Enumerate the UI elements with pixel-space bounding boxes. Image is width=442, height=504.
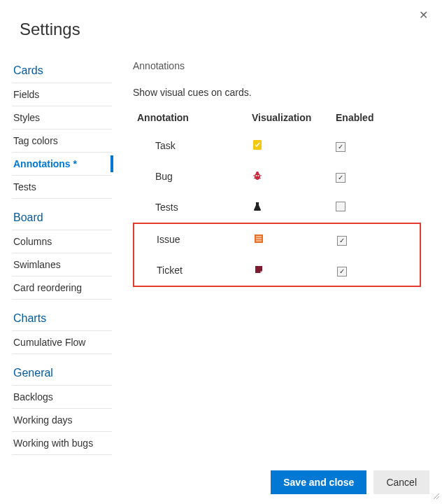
annotation-name: Bug — [133, 171, 252, 182]
table-row: Bug — [133, 161, 421, 192]
sidebar-item[interactable]: Fields — [12, 83, 112, 106]
svg-line-6 — [259, 178, 261, 178]
annotation-name: Task — [133, 140, 252, 151]
sidebar-item[interactable]: Working days — [12, 409, 112, 432]
table-row: Tests — [133, 192, 421, 223]
flask-icon — [252, 201, 336, 214]
enabled-checkbox[interactable] — [336, 202, 345, 211]
enabled-checkbox[interactable] — [336, 173, 345, 183]
note-icon — [253, 264, 337, 277]
resize-grip[interactable] — [432, 492, 441, 503]
svg-point-7 — [256, 175, 257, 176]
table-row: Task — [133, 130, 421, 161]
enabled-checkbox[interactable] — [337, 236, 347, 246]
annotation-name: Ticket — [134, 265, 253, 276]
sidebar-group-header[interactable]: Charts — [12, 308, 112, 331]
cancel-button[interactable]: Cancel — [373, 470, 429, 494]
highlighted-rows: IssueTicket — [133, 223, 421, 287]
annotation-rows: TaskBugTestsIssueTicket — [133, 130, 421, 287]
sidebar-item[interactable]: Styles — [12, 106, 112, 130]
sidebar-item[interactable]: Backlogs — [12, 386, 112, 409]
annotation-name: Tests — [133, 202, 252, 213]
sidebar-item[interactable]: Working with bugs — [12, 432, 112, 455]
sidebar-group-header[interactable]: Cards — [12, 60, 112, 83]
dialog-footer: Save and close Cancel — [271, 470, 429, 494]
svg-point-2 — [256, 172, 259, 174]
sidebar-item[interactable]: Card reordering — [12, 276, 112, 300]
column-header-annotation: Annotation — [133, 112, 252, 123]
save-button[interactable]: Save and close — [271, 470, 366, 494]
sidebar-group-header[interactable]: Board — [12, 207, 112, 230]
annotation-name: Issue — [134, 234, 253, 245]
sidebar-item[interactable]: Columns — [12, 230, 112, 253]
column-header-enabled: Enabled — [336, 112, 392, 123]
close-icon[interactable]: ✕ — [419, 10, 428, 21]
dialog-title: Settings — [0, 0, 442, 39]
sidebar-item[interactable]: Annotations * — [12, 153, 112, 176]
enabled-checkbox[interactable] — [336, 142, 345, 152]
panel-description: Show visual cues on cards. — [133, 87, 421, 98]
table-row: Ticket — [134, 255, 420, 286]
sidebar-group-header[interactable]: General — [12, 363, 112, 386]
table-row: Issue — [134, 224, 420, 255]
sidebar-item[interactable]: Swimlanes — [12, 253, 112, 276]
list-icon — [253, 233, 337, 246]
bug-icon — [252, 170, 336, 183]
svg-line-5 — [254, 178, 255, 178]
task-icon — [252, 139, 336, 153]
sidebar-item[interactable]: Tag colors — [12, 130, 112, 153]
panel-title: Annotations — [133, 60, 421, 71]
sidebar-item[interactable]: Tests — [12, 176, 112, 199]
table-header: Annotation Visualization Enabled — [133, 109, 421, 130]
sidebar: CardsFieldsStylesTag colorsAnnotations *… — [0, 60, 112, 463]
main-panel: Annotations Show visual cues on cards. A… — [112, 60, 442, 463]
sidebar-item[interactable]: Cumulative Flow — [12, 331, 112, 354]
column-header-visualization: Visualization — [252, 112, 336, 123]
svg-point-8 — [258, 175, 259, 176]
enabled-checkbox[interactable] — [337, 267, 347, 276]
